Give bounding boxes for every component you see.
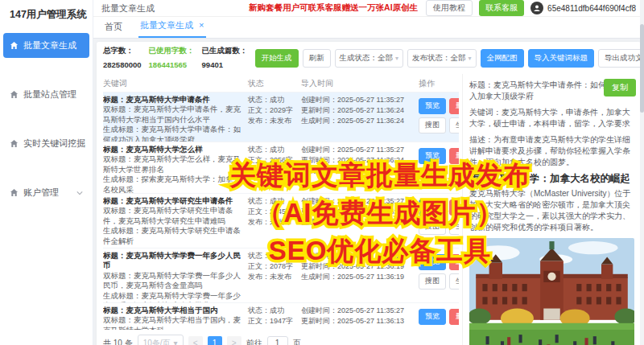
words-value: 2078字	[270, 262, 293, 270]
home-icon	[10, 139, 19, 148]
preview-button[interactable]: 预览	[419, 254, 446, 270]
delete-button[interactable]: 删除	[449, 254, 459, 270]
publish-label: 发布：	[248, 218, 270, 226]
search-image-button[interactable]: 搜图	[419, 273, 446, 290]
refresh-button[interactable]: 刷新	[303, 49, 331, 68]
generate-status-select[interactable]: 生成状态：全部 ▾	[335, 49, 404, 68]
generated-label: 生成时间：	[301, 218, 337, 226]
status-cell: 状态：成功 正文：2078字 发布：未发布	[248, 251, 301, 301]
tutorial-button[interactable]: 使用教程	[426, 0, 473, 16]
stat-generated-count: 已生成篇数： 99401	[202, 46, 248, 72]
tab-batch-article[interactable]: 批量文章生成 ×	[138, 14, 206, 38]
words-label: 正文：	[248, 106, 270, 114]
status-value: 成功	[270, 96, 284, 104]
pagination: 共 10 条 10条/页 ▾ < 1 > 前往 页	[103, 330, 459, 345]
generate-button[interactable]: 生成	[449, 273, 459, 290]
status-cell: 状态：成功 正文：2056字 发布：未发布	[248, 145, 301, 191]
keyword-cell: 标题：麦克马斯特大学相当于国内 双标题：麦克马斯特大学相当于国内，麦克马斯特大学…	[103, 306, 248, 328]
app-title: 147用户管理系统	[0, 0, 93, 33]
row-title-label: 标题：	[103, 95, 126, 104]
created-label: 创建时间：	[301, 146, 337, 154]
campus-illustration	[469, 238, 634, 345]
preview-button[interactable]: 预览	[419, 199, 446, 216]
row-title: 麦克马斯特大学研究生申请条件	[126, 196, 233, 205]
total-count: 共 10 条	[103, 338, 133, 345]
sidebar-item-batch-site[interactable]: 批量站点管理	[3, 82, 89, 107]
preview-keywords: 关键词：麦克马斯特大学，申请条件，加拿大大学，硕士申请，本科申请，留学，入学要求	[469, 107, 634, 129]
generate-button[interactable]: 生成	[449, 117, 459, 133]
table-row[interactable]: 标题：麦克马斯特大学申请条件 双标题：麦克马斯特大学申请条件，麦克马斯特大学相当…	[103, 92, 459, 142]
goto-page-input[interactable]	[267, 336, 288, 345]
row-dual-label: 双标题：	[103, 154, 134, 163]
stat-label: 总字数：	[103, 46, 142, 55]
delete-button[interactable]: 删除	[449, 148, 459, 164]
content-split: 关键词 状态 导入时间 操作 标题：麦克马斯特大学申请条件 双标题：麦克马斯特大…	[97, 74, 641, 345]
close-icon[interactable]: ×	[199, 20, 204, 30]
start-generate-button[interactable]: 开始生成	[255, 49, 299, 68]
row-title: 麦克马斯特大学相当于国内	[126, 306, 218, 314]
generate-button[interactable]: 生成	[449, 167, 459, 183]
publish-label: 发布：	[248, 166, 270, 175]
row-gen-label: 生成标题：	[103, 291, 142, 300]
net-image-button[interactable]: 全网配图	[481, 49, 524, 68]
row-title-label: 标题：	[103, 196, 126, 205]
home-icon	[10, 90, 19, 99]
goto-label: 前往	[246, 338, 262, 345]
generate-button[interactable]: 生成	[449, 219, 459, 235]
sidebar-item-account[interactable]: 账户管理	[3, 180, 89, 205]
next-page-button[interactable]: >	[227, 336, 242, 345]
table-row[interactable]: 标题：麦克马斯特大学研究生申请条件 双标题：麦克马斯特大学研究生申请条件，麦克马…	[103, 193, 459, 248]
table-row[interactable]: 标题：麦克马斯特大学相当于国内 双标题：麦克马斯特大学相当于国内，麦克马斯特大学…	[103, 302, 459, 330]
row-dual-label: 双标题：	[103, 271, 134, 280]
status-value: 成功	[270, 306, 284, 314]
status-label: 状态：	[248, 306, 270, 314]
updated-label: 更新时间：	[301, 207, 337, 216]
tab-bar: 首页 批量文章生成 ×	[93, 17, 644, 39]
preview-button[interactable]: 预览	[419, 148, 446, 164]
import-keywords-button[interactable]: 导入关键词标题	[528, 49, 595, 68]
avatar[interactable]	[530, 2, 543, 14]
page-size-select[interactable]: 10条/页 ▾	[138, 335, 184, 345]
export-success-button[interactable]: 导出成功文章	[598, 49, 641, 68]
search-image-button[interactable]: 搜图	[419, 219, 446, 235]
keyword-cell: 标题：麦克马斯特大学怎么样 双标题：麦克马斯特大学怎么样，麦克马斯特大学世界排名…	[103, 145, 248, 191]
created-value: 2025-05-27 11:35:27	[337, 96, 404, 104]
words-label: 正文：	[248, 262, 270, 270]
stat-label: 已生成篇数：	[202, 46, 248, 55]
row-title-label: 标题：	[103, 145, 126, 154]
sidebar-item-label: 批量站点管理	[23, 88, 76, 101]
table-header: 关键词 状态 导入时间 操作	[103, 76, 459, 92]
sidebar-item-label: 批量文章生成	[23, 39, 76, 51]
scrollbar-thumb[interactable]	[640, 24, 644, 113]
search-image-button[interactable]: 搜图	[419, 117, 446, 133]
table-row[interactable]: 标题：麦克马斯特大学怎么样 双标题：麦克马斯特大学怎么样，麦克马斯特大学世界排名…	[103, 142, 459, 193]
sidebar-item-keyword-mining[interactable]: 实时关键词挖掘	[3, 131, 89, 156]
sidebar-item-batch-article[interactable]: 批量文章生成	[3, 33, 89, 58]
article-table: 关键词 状态 导入时间 操作 标题：麦克马斯特大学申请条件 双标题：麦克马斯特大…	[97, 74, 462, 345]
delete-button[interactable]: 删除	[449, 98, 459, 114]
table-row[interactable]: 标题：麦克马斯特大学学费一年多少人民币 双标题：麦克马斯特大学学费一年多少人民币…	[103, 248, 459, 302]
time-cell: 创建时间：2025-05-27 11:35:27 更新时间：2025-05-27…	[301, 306, 415, 328]
breadcrumb: 批量文章生成	[101, 2, 155, 14]
copy-button[interactable]: 复制	[604, 79, 636, 97]
generated-value: 2025-05-27 11:36:19	[337, 273, 404, 281]
preview-button[interactable]: 预览	[419, 98, 446, 114]
updated-value: 2025-05-27 11:36:24	[337, 156, 404, 164]
contact-support-button[interactable]: 联系客服	[479, 0, 524, 16]
words-value: 2056字	[270, 156, 293, 164]
publish-status-select[interactable]: 发布状态：全部 ▾	[407, 49, 477, 68]
updated-label: 更新时间：	[301, 156, 337, 164]
updated-value: 2025-05-27 11:36:19	[337, 262, 404, 270]
preview-button[interactable]: 预览	[419, 309, 446, 325]
scrollbar[interactable]	[640, 0, 644, 345]
generated-label: 生成时间：	[301, 273, 337, 281]
delete-button[interactable]: 删除	[449, 309, 459, 325]
page-number-button[interactable]: 1	[208, 336, 222, 345]
search-image-button[interactable]: 搜图	[419, 167, 446, 183]
words-label: 正文：	[248, 317, 270, 325]
tab-label: 批量文章生成	[140, 20, 193, 30]
prev-page-button[interactable]: <	[188, 336, 203, 345]
delete-button[interactable]: 删除	[449, 199, 459, 216]
tab-home[interactable]: 首页	[103, 16, 124, 38]
words-label: 正文：	[248, 207, 270, 216]
